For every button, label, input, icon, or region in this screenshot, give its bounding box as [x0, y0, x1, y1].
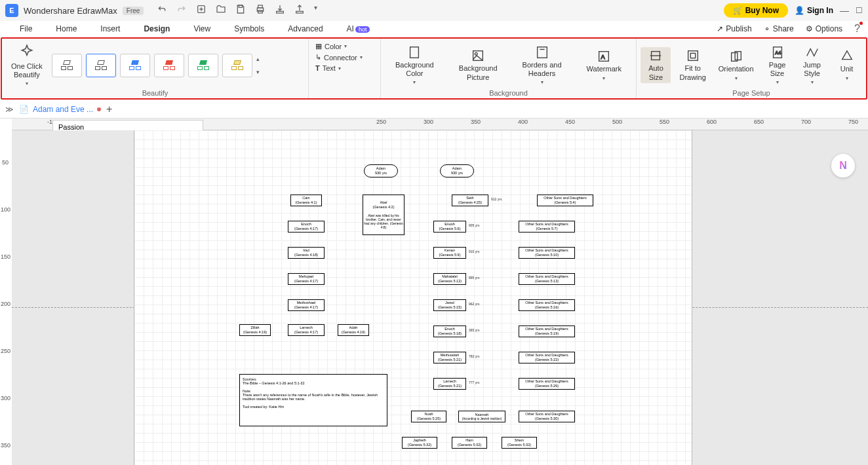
- diagram-node[interactable]: Other Sons and Daughters(Genesis 5:4): [537, 195, 593, 206]
- canvas[interactable]: Adam930 yrs Adam930 yrs Cain(Genesis 4:1…: [12, 130, 868, 465]
- menu-ai[interactable]: AIhot: [347, 24, 370, 33]
- diagram-node[interactable]: Other Sons and Daughters(Genesis 5:16): [519, 299, 575, 311]
- redo-icon[interactable]: [176, 4, 187, 17]
- menu-home[interactable]: Home: [56, 24, 77, 33]
- diagram-node[interactable]: Other Sons and Daughters(Genesis 5:22): [519, 352, 575, 363]
- theme-up-icon[interactable]: ▴: [256, 56, 260, 62]
- diagram-node[interactable]: Cain(Genesis 4:1): [290, 195, 322, 206]
- diagram-node[interactable]: Other Sons and Daughters(Genesis 5:10): [519, 247, 575, 259]
- minimize-icon[interactable]: —: [840, 5, 849, 16]
- diagram-node[interactable]: Methuselah(Genesis 5:21): [433, 352, 466, 363]
- diagram-node[interactable]: Other Sons and Daughters(Genesis 5:19): [519, 326, 575, 337]
- options-button[interactable]: ⚙Options: [806, 24, 842, 33]
- pagesize-icon: A4: [770, 45, 785, 60]
- diagram-node[interactable]: Irad(Genesis 4:18): [288, 247, 325, 259]
- unit-button[interactable]: Unit▾: [832, 48, 862, 82]
- print-icon[interactable]: [255, 4, 266, 17]
- diagram-node[interactable]: Adam930 yrs: [364, 164, 398, 177]
- diagram-node[interactable]: Ham(Genesis 5:32): [452, 437, 487, 449]
- background-color-button[interactable]: Background Color▾: [391, 44, 438, 86]
- menu-view[interactable]: View: [193, 24, 210, 33]
- connector-label: Connector: [324, 54, 357, 62]
- new-icon[interactable]: [196, 4, 207, 17]
- ai-sparkle-icon: N: [839, 160, 847, 172]
- age-label: 910 yrs: [469, 250, 479, 253]
- diagram-node[interactable]: Other Sons and Daughters(Genesis 5:30): [519, 411, 575, 422]
- diagram-node[interactable]: Other Sons and Daughters(Genesis 5:13): [519, 273, 575, 285]
- theme-4[interactable]: [154, 54, 184, 77]
- diagram-node[interactable]: Lamech(Genesis 4:17): [288, 324, 325, 336]
- diagram-node[interactable]: Enosh(Genesis 5:6): [433, 221, 466, 232]
- share-button[interactable]: ⚬Share: [764, 24, 794, 33]
- connector-button[interactable]: ↳Connector▾: [313, 52, 365, 62]
- theme-6[interactable]: [222, 54, 252, 77]
- help-icon[interactable]: ?: [854, 23, 860, 35]
- watermark-icon: A: [597, 49, 611, 64]
- cart-icon: 🛒: [733, 6, 743, 15]
- diagram-node[interactable]: Adam930 yrs: [440, 164, 474, 177]
- theme-2[interactable]: [86, 54, 116, 77]
- diagram-node[interactable]: Adah(Genesis 4:19): [338, 324, 369, 336]
- diagram-node[interactable]: Methushael(Genesis 4:17): [288, 299, 325, 311]
- page-size-button[interactable]: A4Page Size▾: [762, 44, 793, 86]
- ai-assistant-button[interactable]: N: [831, 154, 855, 177]
- diagram-node[interactable]: Abel(Genesis 4:2)Abel was killed by his …: [363, 195, 404, 235]
- titlebar: E Wondershare EdrawMax Free ▾ 🛒Buy Now 👤…: [0, 0, 868, 21]
- orientation-button[interactable]: Orientation▾: [715, 48, 758, 82]
- tabs-expand-icon[interactable]: ≫: [5, 105, 14, 114]
- fit-to-drawing-button[interactable]: Fit to Drawing: [675, 47, 709, 83]
- notes-box[interactable]: Sources: The Bible – Genesis 4:1-26 and …: [239, 374, 387, 426]
- one-click-beautify-button[interactable]: One Click Beautify ▾: [6, 41, 48, 89]
- diagram-node[interactable]: Other Sons and Daughters(Genesis 5:7): [519, 221, 575, 232]
- watermark-button[interactable]: AWatermark▾: [583, 48, 625, 82]
- diagram-node[interactable]: Mehujael(Genesis 4:17): [288, 273, 325, 285]
- theme-3[interactable]: [120, 54, 150, 77]
- app-logo-icon: E: [5, 4, 18, 17]
- color-label: Color: [325, 43, 342, 50]
- diagram-node[interactable]: Other Sons and Daughters(Genesis 5:26): [519, 378, 575, 390]
- drawing-page[interactable]: Adam930 yrs Adam930 yrs Cain(Genesis 4:1…: [134, 130, 692, 465]
- background-picture-button[interactable]: Background Picture: [455, 47, 502, 83]
- diagram-node[interactable]: Mahalalel(Genesis 5:12): [433, 273, 466, 285]
- theme-1[interactable]: [52, 54, 82, 77]
- menu-file[interactable]: File: [20, 24, 32, 33]
- menu-design[interactable]: Design: [144, 24, 170, 33]
- undo-icon[interactable]: [157, 4, 167, 17]
- jump-style-button[interactable]: Jump Style▾: [797, 44, 827, 86]
- menu-advanced[interactable]: Advanced: [288, 24, 323, 33]
- new-tab-button[interactable]: +: [106, 103, 112, 115]
- document-tab[interactable]: 📄 Adam and Eve ...: [19, 105, 101, 114]
- age-label: 365 yrs: [469, 328, 479, 332]
- more-icon[interactable]: ▾: [314, 4, 317, 17]
- auto-size-button[interactable]: Auto Size: [641, 47, 671, 83]
- beautify-group-label: Beautify: [6, 89, 304, 98]
- export-icon[interactable]: [275, 4, 285, 17]
- diagram-node[interactable]: Lamech(Genesis 5:21): [433, 378, 466, 390]
- diagram-node[interactable]: Enoch(Genesis 4:17): [288, 221, 325, 232]
- import-icon[interactable]: [294, 4, 305, 17]
- borders-headers-button[interactable]: Borders and Headers▾: [519, 44, 566, 86]
- ruler-tick: 100: [1, 206, 10, 213]
- diagram-node[interactable]: Shem(Genesis 5:32): [502, 437, 537, 449]
- diagram-node[interactable]: Noah(Genesis 5:25): [411, 411, 446, 422]
- diagram-node[interactable]: Enoch(Genesis 5:18): [433, 326, 466, 337]
- maximize-icon[interactable]: ☐: [856, 6, 863, 15]
- menu-insert[interactable]: Insert: [100, 24, 120, 33]
- svg-rect-10: [537, 47, 547, 58]
- diagram-node[interactable]: Jared(Genesis 5:15): [433, 299, 466, 311]
- publish-button[interactable]: ↗Publish: [717, 24, 751, 33]
- diagram-node[interactable]: Kenan(Genesis 5:9): [433, 247, 466, 259]
- diagram-node[interactable]: Japheth(Genesis 5:32): [402, 437, 437, 449]
- open-icon[interactable]: [216, 4, 226, 17]
- diagram-node[interactable]: Naamah(According to Jewish tradition): [458, 411, 505, 422]
- theme-down-icon[interactable]: ▾: [256, 69, 260, 75]
- text-button[interactable]: TText▾: [313, 64, 344, 73]
- diagram-node[interactable]: Zillah(Genesis 4:19): [239, 324, 271, 336]
- buy-now-button[interactable]: 🛒Buy Now: [724, 3, 788, 18]
- menu-symbols[interactable]: Symbols: [234, 24, 264, 33]
- theme-5[interactable]: [188, 54, 218, 77]
- color-button[interactable]: ▦Color▾: [313, 41, 349, 51]
- diagram-node[interactable]: Seth(Genesis 4:25): [452, 195, 488, 206]
- save-icon[interactable]: [235, 4, 246, 17]
- sign-in-button[interactable]: 👤Sign In: [795, 6, 833, 15]
